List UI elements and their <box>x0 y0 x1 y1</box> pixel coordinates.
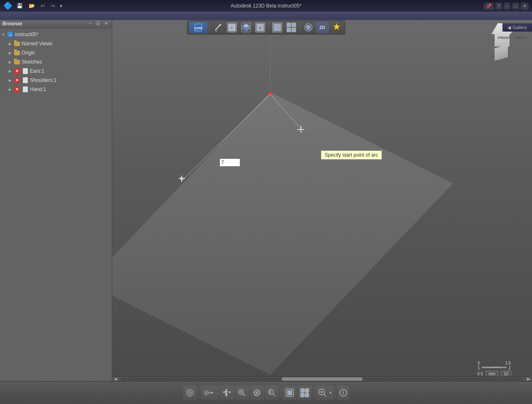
tree-arrow-shoulders[interactable]: ▶ <box>7 78 12 83</box>
tree-item-shoulders[interactable]: ▶ ✕ Shoulders:1 <box>0 76 112 85</box>
browser-panel: Browser − ☰ ✕ ▼ 1 instruct05* ▶ <box>0 19 112 381</box>
svg-text:123D: 123D <box>194 26 202 30</box>
view-box-button[interactable] <box>283 386 297 400</box>
main-toolbar: 123D F <box>0 20 532 35</box>
2d-view-button[interactable]: 2D <box>316 22 329 33</box>
tree-arrow-ears[interactable]: ▶ <box>7 69 12 74</box>
svg-rect-20 <box>292 23 296 27</box>
view-grid-button[interactable] <box>298 386 312 400</box>
materials-button[interactable] <box>302 22 315 33</box>
scale-ruler-row <box>478 365 510 370</box>
named-views-folder-icon <box>14 40 20 47</box>
tree-item-ears[interactable]: ▶ ✕ Ears:1 <box>0 67 112 76</box>
bottom-sep-1 <box>199 388 199 398</box>
tree-item-hand[interactable]: ▶ ✕ Hand:1 <box>0 85 112 94</box>
svg-marker-73 <box>211 392 214 394</box>
svg-rect-19 <box>287 23 291 27</box>
render-button[interactable] <box>330 22 343 33</box>
2d-label: 2D <box>319 25 325 30</box>
tree-item-origin[interactable]: ▶ Origin <box>0 48 112 57</box>
gallery-arrow-icon: ◀ <box>507 25 511 30</box>
svg-point-69 <box>190 392 191 394</box>
bottom-toolbar: ▼ <box>0 381 532 404</box>
single-view-button[interactable] <box>271 22 284 33</box>
tree-arrow-named-views[interactable]: ▶ <box>7 41 12 46</box>
svg-line-91 <box>324 394 326 397</box>
svg-line-75 <box>243 394 246 397</box>
gallery-label[interactable]: Gallery <box>512 25 527 30</box>
viewport-canvas <box>112 19 532 381</box>
ears-label: Ears:1 <box>30 68 110 74</box>
svg-rect-22 <box>292 28 296 32</box>
scale-left-tick <box>478 365 480 370</box>
snap-settings-button[interactable] <box>183 386 197 400</box>
shoulders-error-icon: ✕ <box>14 77 20 84</box>
front-view-button[interactable]: F <box>225 22 239 33</box>
svg-rect-21 <box>287 28 291 32</box>
bottom-sep-4 <box>335 388 336 398</box>
tree-item-named-views[interactable]: ▶ Named Views <box>0 39 112 48</box>
title-bar: 🔷 💾 📂 ↩ ↪ ▼ Autodesk 123D Beta instruct0… <box>0 0 532 12</box>
scale-bar-fill <box>482 367 507 368</box>
scale-mid-value: 0.5 <box>477 372 483 376</box>
quick-redo-btn[interactable]: ↪ <box>49 2 57 10</box>
pan-button[interactable] <box>220 386 234 400</box>
app-home-button[interactable]: 123D <box>189 22 207 33</box>
orbit-button[interactable] <box>250 386 264 400</box>
viewport[interactable]: Specify start point of arc TOP FRONT RIG… <box>112 19 532 381</box>
back-view-button[interactable]: B <box>254 22 267 33</box>
zoom-prev-button[interactable] <box>265 386 279 400</box>
title-controls: 📌 ? − □ ✕ <box>484 2 529 10</box>
tree-arrow-origin[interactable]: ▶ <box>7 50 12 55</box>
toolbar-group-main: 123D F <box>187 20 345 34</box>
zoom-region-button[interactable] <box>235 386 249 400</box>
sketch-tool-button[interactable] <box>211 22 224 33</box>
four-view-button[interactable] <box>285 22 298 33</box>
system-bar: ◀ Gallery <box>0 12 532 20</box>
scrollbar-thumb[interactable] <box>282 377 362 381</box>
tree-arrow-sketches[interactable]: ▶ <box>7 59 12 64</box>
scale-numbers: 0 1.5 <box>478 361 511 365</box>
scale-bar: 0 1.5 0.5 mm 10 <box>477 361 511 377</box>
scroll-right-arrow[interactable]: ▶ <box>525 377 532 381</box>
help-button[interactable]: ? <box>495 2 502 9</box>
svg-point-80 <box>256 392 258 394</box>
scroll-left-arrow[interactable]: ◀ <box>112 377 119 381</box>
pin-button[interactable]: 📌 <box>484 2 494 10</box>
svg-marker-83 <box>269 390 271 394</box>
snap-toggle-button[interactable] <box>201 386 219 400</box>
cube-right-label: RIGHT <box>515 36 527 40</box>
home-view-button[interactable] <box>239 22 253 33</box>
horizontal-scrollbar[interactable]: ◀ ▶ <box>112 376 532 381</box>
bottom-sep-2 <box>281 388 281 398</box>
svg-marker-26 <box>333 23 340 30</box>
shoulders-label: Shoulders:1 <box>30 77 110 83</box>
sketches-folder-icon <box>14 59 20 65</box>
hand-label: Hand:1 <box>30 86 110 92</box>
named-views-label: Named Views <box>22 41 110 47</box>
bottom-sep-3 <box>313 388 314 398</box>
toolbar-sep-2 <box>268 23 269 32</box>
scale-num-0: 0 <box>478 361 480 365</box>
app-logo-icon[interactable]: 🔷 <box>3 1 12 10</box>
tree-item-sketches[interactable]: ▶ Sketches <box>0 57 112 67</box>
minimize-button[interactable]: − <box>504 2 510 9</box>
close-button[interactable]: ✕ <box>521 2 529 10</box>
app-title: Autodesk 123D Beta instruct05* <box>231 3 301 9</box>
zoom-dropdown-arrow[interactable]: ▼ <box>329 391 332 395</box>
zoom-tool-button[interactable]: ▼ <box>315 386 334 400</box>
maximize-button[interactable]: □ <box>512 2 519 9</box>
quick-undo-btn[interactable]: ↩ <box>39 2 47 10</box>
quick-open-btn[interactable]: 📂 <box>27 2 37 10</box>
scrollbar-track[interactable] <box>121 377 524 381</box>
title-center: Autodesk 123D Beta instruct05* <box>231 3 301 9</box>
arc-value-input[interactable] <box>219 158 240 167</box>
quick-more-btn[interactable]: ▼ <box>59 4 63 8</box>
quick-save-btn[interactable]: 💾 <box>15 2 25 10</box>
svg-point-71 <box>206 392 207 394</box>
hand-doc-icon <box>22 86 29 93</box>
ears-error-icon: ✕ <box>14 68 20 74</box>
svg-line-3 <box>215 25 220 30</box>
end-mode-button[interactable] <box>337 386 349 400</box>
tree-arrow-hand[interactable]: ▶ <box>7 87 12 92</box>
